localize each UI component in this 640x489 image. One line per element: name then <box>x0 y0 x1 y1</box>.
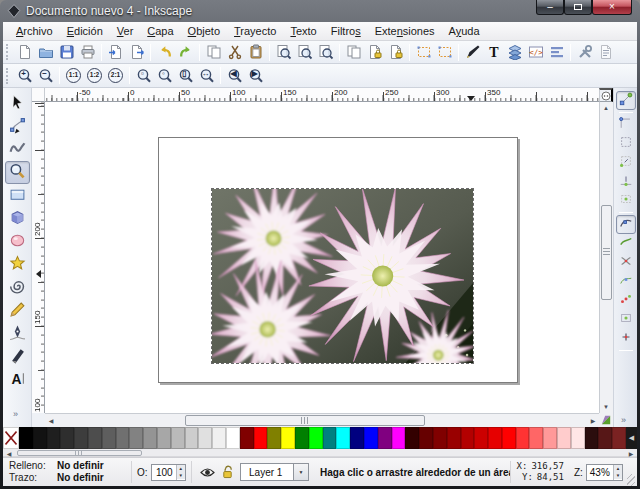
palette-swatch[interactable] <box>461 427 475 449</box>
palette-swatch[interactable] <box>267 427 281 449</box>
zoom-drawing-button[interactable]: ◦ <box>154 65 175 86</box>
tool-node-editor[interactable] <box>5 115 30 138</box>
palette-swatch[interactable] <box>516 427 530 449</box>
redo-button[interactable] <box>175 42 196 63</box>
vertical-ruler[interactable]: 20015010050 <box>32 102 45 413</box>
drawing-canvas[interactable] <box>45 102 599 413</box>
menu-item-extensiones[interactable]: Extensiones <box>368 23 442 39</box>
zoom-1-1-button[interactable]: 1:1 <box>63 65 84 86</box>
palette-swatch[interactable] <box>502 427 516 449</box>
restore-button[interactable] <box>564 0 592 15</box>
toolbar-grip[interactable] <box>6 68 11 84</box>
opacity-down-button[interactable]: ▼ <box>177 472 185 479</box>
palette-swatch[interactable] <box>543 427 557 449</box>
layer-visibility-button[interactable] <box>197 466 218 479</box>
duplicate-button[interactable] <box>343 42 364 63</box>
palette-swatch[interactable] <box>598 427 612 449</box>
palette-swatch[interactable] <box>433 427 447 449</box>
scroll-right-button[interactable]: ▶ <box>587 414 599 426</box>
tool-pencil[interactable] <box>5 299 30 322</box>
align-dialog-button[interactable] <box>546 42 567 63</box>
palette-swatch[interactable] <box>226 427 240 449</box>
palette-swatch[interactable] <box>585 427 599 449</box>
zoom-2-1-button[interactable]: 2:1 <box>105 65 126 86</box>
opacity-up-button[interactable]: ▲ <box>177 465 185 472</box>
fill-stroke-button[interactable] <box>462 42 483 63</box>
layer-selector[interactable]: Layer 1 ▼ <box>240 463 309 481</box>
menu-item-trayecto[interactable]: Trayecto <box>227 23 283 39</box>
palette-scrollbar-right[interactable]: ▶ <box>625 449 637 457</box>
zoom-previous-button[interactable]: ◀ <box>224 65 245 86</box>
palette-swatch[interactable] <box>323 427 337 449</box>
menu-item-capa[interactable]: Capa <box>140 23 180 39</box>
snap-line-midpoints[interactable] <box>616 291 636 310</box>
tool-zoom[interactable] <box>5 161 30 184</box>
tool-spiral[interactable] <box>5 276 30 299</box>
palette-swatch[interactable] <box>350 427 364 449</box>
sticky-zoom-toggle-button[interactable] <box>599 88 613 102</box>
palette-swatch[interactable] <box>405 427 419 449</box>
toolbar-grip[interactable] <box>6 44 11 60</box>
horizontal-ruler[interactable]: -100-50050100150200250300350 <box>45 88 599 102</box>
fill-stroke-indicator[interactable]: Relleno:No definir Trazo:No definir <box>3 460 131 484</box>
zoom-out-button[interactable]: − <box>35 65 56 86</box>
scroll-up-button[interactable]: ▲ <box>600 102 612 114</box>
palette-swatch[interactable] <box>19 427 33 449</box>
menu-item-archivo[interactable]: Archivo <box>9 23 60 39</box>
palette-swatch[interactable] <box>557 427 571 449</box>
palette-swatch[interactable] <box>157 427 171 449</box>
menu-item-edicin[interactable]: Edición <box>60 23 110 39</box>
imported-image[interactable] <box>211 188 474 364</box>
tool-text[interactable] <box>5 368 30 391</box>
palette-swatch[interactable] <box>392 427 406 449</box>
vertical-scrollbar[interactable]: ▲ ▼ <box>599 102 613 413</box>
zoom-in-button[interactable]: + <box>14 65 35 86</box>
palette-swatch[interactable] <box>571 427 585 449</box>
edit-pattern-button[interactable] <box>434 42 455 63</box>
zoom-up-button[interactable]: ▲ <box>614 465 622 472</box>
palette-swatch[interactable] <box>102 427 116 449</box>
palette-swatch[interactable] <box>336 427 350 449</box>
tool-selector[interactable] <box>5 92 30 115</box>
zoom-page-button[interactable]: ▯ <box>175 65 196 86</box>
palette-swatch[interactable] <box>254 427 268 449</box>
preferences-button[interactable] <box>574 42 595 63</box>
cut-button[interactable] <box>224 42 245 63</box>
palette-swatch[interactable] <box>198 427 212 449</box>
palette-swatch[interactable] <box>33 427 47 449</box>
import-button[interactable] <box>105 42 126 63</box>
scroll-down-button[interactable]: ▼ <box>600 401 612 413</box>
tool-3dbox[interactable] <box>5 207 30 230</box>
palette-scroll-left-button[interactable]: ◀ <box>626 427 637 449</box>
undo-button[interactable] <box>154 42 175 63</box>
toolbox-overflow-button[interactable]: » <box>7 408 24 420</box>
palette-swatch[interactable] <box>612 427 626 449</box>
snapbar-overflow-button[interactable]: » <box>615 414 632 426</box>
snap-nodes[interactable] <box>616 215 636 234</box>
document-properties-button[interactable] <box>595 42 616 63</box>
export-button[interactable] <box>126 42 147 63</box>
menu-item-texto[interactable]: Texto <box>283 23 323 39</box>
palette-swatch[interactable] <box>129 427 143 449</box>
palette-swatch[interactable] <box>364 427 378 449</box>
snap-bbox-midpoints[interactable] <box>616 172 636 191</box>
palette-swatch[interactable] <box>185 427 199 449</box>
zoom-selection-button[interactable]: ▫ <box>133 65 154 86</box>
document-page[interactable] <box>158 137 518 383</box>
palette-swatch[interactable] <box>488 427 502 449</box>
menu-item-filtros[interactable]: Filtros <box>324 23 368 39</box>
palette-scrollbar-left[interactable]: ◀ <box>3 449 15 457</box>
palette-swatch[interactable] <box>47 427 61 449</box>
xml-editor-button[interactable] <box>525 42 546 63</box>
unlink-clone-button[interactable] <box>385 42 406 63</box>
palette-swatch[interactable] <box>474 427 488 449</box>
horizontal-scrollbar-thumb[interactable] <box>185 415 425 426</box>
palette-swatch[interactable] <box>212 427 226 449</box>
zoom-down-button[interactable]: ▼ <box>614 472 622 479</box>
palette-swatch[interactable] <box>240 427 254 449</box>
tool-ellipse[interactable] <box>5 230 30 253</box>
zoom-spinbox[interactable]: 43% ▲▼ <box>586 464 623 481</box>
close-button[interactable]: × <box>592 0 632 15</box>
snap-enable[interactable] <box>616 91 636 110</box>
tool-bezier[interactable] <box>5 322 30 345</box>
